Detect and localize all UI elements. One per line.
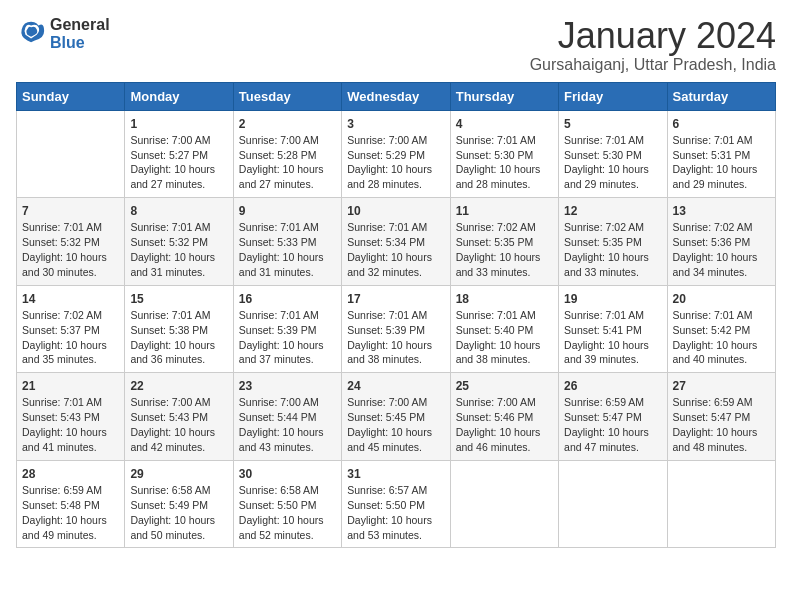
day-content: Sunrise: 7:01 AM Sunset: 5:31 PM Dayligh… [673,134,758,191]
calendar-day-6: 6Sunrise: 7:01 AM Sunset: 5:31 PM Daylig… [667,110,775,198]
logo-icon [18,18,46,46]
day-content: Sunrise: 6:59 AM Sunset: 5:48 PM Dayligh… [22,484,107,541]
calendar-week-row: 7Sunrise: 7:01 AM Sunset: 5:32 PM Daylig… [17,198,776,286]
day-content: Sunrise: 7:01 AM Sunset: 5:34 PM Dayligh… [347,221,432,278]
page-header: General Blue January 2024 Gursahaiganj, … [16,16,776,74]
day-content: Sunrise: 7:01 AM Sunset: 5:42 PM Dayligh… [673,309,758,366]
day-content: Sunrise: 7:01 AM Sunset: 5:32 PM Dayligh… [130,221,215,278]
day-number: 8 [130,203,227,219]
calendar-day-11: 11Sunrise: 7:02 AM Sunset: 5:35 PM Dayli… [450,198,558,286]
calendar-day-17: 17Sunrise: 7:01 AM Sunset: 5:39 PM Dayli… [342,285,450,373]
calendar-header-row: SundayMondayTuesdayWednesdayThursdayFrid… [17,82,776,110]
day-number: 21 [22,378,119,394]
day-content: Sunrise: 7:00 AM Sunset: 5:28 PM Dayligh… [239,134,324,191]
calendar-day-21: 21Sunrise: 7:01 AM Sunset: 5:43 PM Dayli… [17,373,125,461]
day-content: Sunrise: 7:00 AM Sunset: 5:43 PM Dayligh… [130,396,215,453]
day-number: 11 [456,203,553,219]
calendar-day-31: 31Sunrise: 6:57 AM Sunset: 5:50 PM Dayli… [342,460,450,548]
day-number: 14 [22,291,119,307]
day-content: Sunrise: 7:01 AM Sunset: 5:38 PM Dayligh… [130,309,215,366]
day-number: 30 [239,466,336,482]
day-number: 4 [456,116,553,132]
day-number: 29 [130,466,227,482]
calendar-day-13: 13Sunrise: 7:02 AM Sunset: 5:36 PM Dayli… [667,198,775,286]
day-number: 26 [564,378,661,394]
calendar-day-20: 20Sunrise: 7:01 AM Sunset: 5:42 PM Dayli… [667,285,775,373]
day-header-thursday: Thursday [450,82,558,110]
day-content: Sunrise: 7:01 AM Sunset: 5:43 PM Dayligh… [22,396,107,453]
calendar-day-25: 25Sunrise: 7:00 AM Sunset: 5:46 PM Dayli… [450,373,558,461]
calendar-table: SundayMondayTuesdayWednesdayThursdayFrid… [16,82,776,549]
day-number: 22 [130,378,227,394]
calendar-day-7: 7Sunrise: 7:01 AM Sunset: 5:32 PM Daylig… [17,198,125,286]
day-content: Sunrise: 7:01 AM Sunset: 5:39 PM Dayligh… [239,309,324,366]
day-content: Sunrise: 7:02 AM Sunset: 5:35 PM Dayligh… [456,221,541,278]
calendar-day-18: 18Sunrise: 7:01 AM Sunset: 5:40 PM Dayli… [450,285,558,373]
month-year: January 2024 [530,16,776,56]
day-header-tuesday: Tuesday [233,82,341,110]
day-header-saturday: Saturday [667,82,775,110]
calendar-day-4: 4Sunrise: 7:01 AM Sunset: 5:30 PM Daylig… [450,110,558,198]
day-header-sunday: Sunday [17,82,125,110]
calendar-day-empty [559,460,667,548]
calendar-day-29: 29Sunrise: 6:58 AM Sunset: 5:49 PM Dayli… [125,460,233,548]
calendar-day-28: 28Sunrise: 6:59 AM Sunset: 5:48 PM Dayli… [17,460,125,548]
day-content: Sunrise: 7:02 AM Sunset: 5:36 PM Dayligh… [673,221,758,278]
day-number: 28 [22,466,119,482]
calendar-day-1: 1Sunrise: 7:00 AM Sunset: 5:27 PM Daylig… [125,110,233,198]
day-content: Sunrise: 7:01 AM Sunset: 5:40 PM Dayligh… [456,309,541,366]
day-header-monday: Monday [125,82,233,110]
day-number: 5 [564,116,661,132]
calendar-day-15: 15Sunrise: 7:01 AM Sunset: 5:38 PM Dayli… [125,285,233,373]
calendar-day-8: 8Sunrise: 7:01 AM Sunset: 5:32 PM Daylig… [125,198,233,286]
day-number: 25 [456,378,553,394]
day-number: 12 [564,203,661,219]
day-content: Sunrise: 7:00 AM Sunset: 5:45 PM Dayligh… [347,396,432,453]
title-block: January 2024 Gursahaiganj, Uttar Pradesh… [530,16,776,74]
day-number: 16 [239,291,336,307]
calendar-day-empty [17,110,125,198]
day-number: 9 [239,203,336,219]
day-number: 13 [673,203,770,219]
day-number: 31 [347,466,444,482]
day-number: 2 [239,116,336,132]
calendar-week-row: 21Sunrise: 7:01 AM Sunset: 5:43 PM Dayli… [17,373,776,461]
day-number: 23 [239,378,336,394]
logo-blue: Blue [50,34,110,52]
day-content: Sunrise: 6:59 AM Sunset: 5:47 PM Dayligh… [564,396,649,453]
day-content: Sunrise: 6:59 AM Sunset: 5:47 PM Dayligh… [673,396,758,453]
location: Gursahaiganj, Uttar Pradesh, India [530,56,776,74]
day-header-friday: Friday [559,82,667,110]
day-content: Sunrise: 7:02 AM Sunset: 5:37 PM Dayligh… [22,309,107,366]
day-content: Sunrise: 6:58 AM Sunset: 5:49 PM Dayligh… [130,484,215,541]
calendar-day-14: 14Sunrise: 7:02 AM Sunset: 5:37 PM Dayli… [17,285,125,373]
calendar-day-empty [667,460,775,548]
day-content: Sunrise: 7:01 AM Sunset: 5:33 PM Dayligh… [239,221,324,278]
day-number: 24 [347,378,444,394]
calendar-day-5: 5Sunrise: 7:01 AM Sunset: 5:30 PM Daylig… [559,110,667,198]
calendar-week-row: 14Sunrise: 7:02 AM Sunset: 5:37 PM Dayli… [17,285,776,373]
calendar-day-19: 19Sunrise: 7:01 AM Sunset: 5:41 PM Dayli… [559,285,667,373]
day-content: Sunrise: 7:01 AM Sunset: 5:41 PM Dayligh… [564,309,649,366]
day-number: 19 [564,291,661,307]
calendar-day-27: 27Sunrise: 6:59 AM Sunset: 5:47 PM Dayli… [667,373,775,461]
day-content: Sunrise: 7:01 AM Sunset: 5:30 PM Dayligh… [456,134,541,191]
day-content: Sunrise: 7:01 AM Sunset: 5:39 PM Dayligh… [347,309,432,366]
day-number: 6 [673,116,770,132]
calendar-week-row: 1Sunrise: 7:00 AM Sunset: 5:27 PM Daylig… [17,110,776,198]
calendar-day-26: 26Sunrise: 6:59 AM Sunset: 5:47 PM Dayli… [559,373,667,461]
day-number: 18 [456,291,553,307]
day-header-wednesday: Wednesday [342,82,450,110]
calendar-day-2: 2Sunrise: 7:00 AM Sunset: 5:28 PM Daylig… [233,110,341,198]
calendar-day-24: 24Sunrise: 7:00 AM Sunset: 5:45 PM Dayli… [342,373,450,461]
day-content: Sunrise: 7:00 AM Sunset: 5:27 PM Dayligh… [130,134,215,191]
calendar-day-23: 23Sunrise: 7:00 AM Sunset: 5:44 PM Dayli… [233,373,341,461]
calendar-day-9: 9Sunrise: 7:01 AM Sunset: 5:33 PM Daylig… [233,198,341,286]
day-content: Sunrise: 7:00 AM Sunset: 5:29 PM Dayligh… [347,134,432,191]
calendar-week-row: 28Sunrise: 6:59 AM Sunset: 5:48 PM Dayli… [17,460,776,548]
day-number: 3 [347,116,444,132]
day-content: Sunrise: 7:00 AM Sunset: 5:44 PM Dayligh… [239,396,324,453]
day-content: Sunrise: 7:00 AM Sunset: 5:46 PM Dayligh… [456,396,541,453]
logo: General Blue [16,16,110,51]
calendar-day-empty [450,460,558,548]
